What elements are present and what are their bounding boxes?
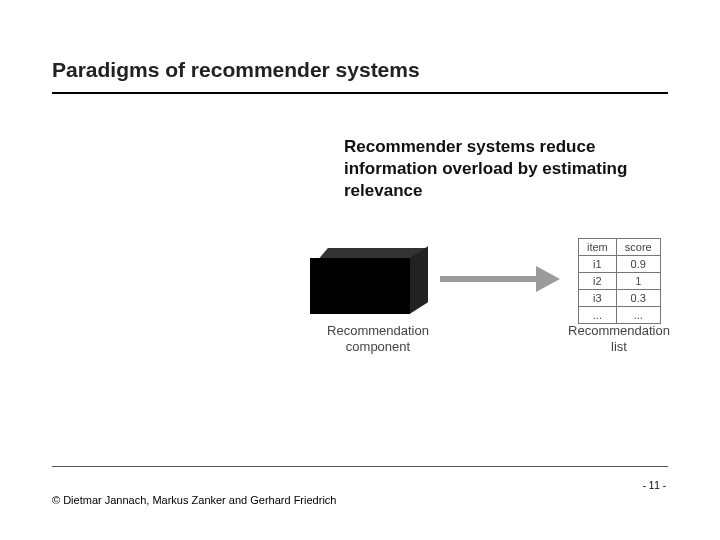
table-row: i3 0.3 xyxy=(579,290,661,307)
caption-line: Recommendation xyxy=(327,323,429,338)
recommendation-list-table: item score i1 0.9 i2 1 i3 0.3 ... ... xyxy=(578,238,661,324)
diagram: item score i1 0.9 i2 1 i3 0.3 ... ... Re… xyxy=(300,238,668,418)
caption-line: Recommendation xyxy=(568,323,670,338)
header-item: item xyxy=(579,239,617,256)
body-text: Recommender systems reduce information o… xyxy=(344,136,654,202)
slide-title: Paradigms of recommender systems xyxy=(52,58,420,82)
caption-recommendation-component: Recommendation component xyxy=(298,323,458,356)
recommendation-component-box-icon xyxy=(310,248,410,314)
cell-score: ... xyxy=(616,307,660,324)
arrow-icon xyxy=(440,266,560,296)
caption-recommendation-list: Recommendation list xyxy=(564,323,674,356)
cell-item: i2 xyxy=(579,273,617,290)
footer-rule xyxy=(52,466,668,467)
caption-line: component xyxy=(346,339,410,354)
cell-score: 0.9 xyxy=(616,256,660,273)
slide: Paradigms of recommender systems Recomme… xyxy=(0,0,720,540)
table-row: ... ... xyxy=(579,307,661,324)
cell-score: 1 xyxy=(616,273,660,290)
cell-item: i1 xyxy=(579,256,617,273)
page-number: - 11 - xyxy=(643,480,666,491)
table-row: i2 1 xyxy=(579,273,661,290)
table-row: i1 0.9 xyxy=(579,256,661,273)
caption-line: list xyxy=(611,339,627,354)
table-header-row: item score xyxy=(579,239,661,256)
cell-item: i3 xyxy=(579,290,617,307)
cell-score: 0.3 xyxy=(616,290,660,307)
header-score: score xyxy=(616,239,660,256)
copyright-text: © Dietmar Jannach, Markus Zanker and Ger… xyxy=(52,494,336,506)
cell-item: ... xyxy=(579,307,617,324)
title-underline xyxy=(52,92,668,94)
